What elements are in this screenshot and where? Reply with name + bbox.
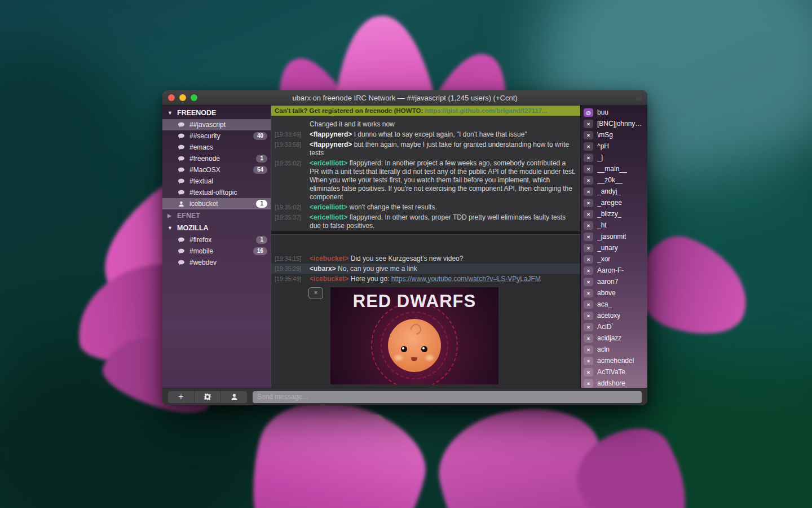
no-mode-badge: × [584, 233, 593, 241]
window-content: ▼FREENODE##javascript##security40#emacs#… [162, 106, 647, 388]
user-nickname: ^pH [597, 142, 609, 150]
nick[interactable]: <ericelliott> [310, 159, 347, 167]
chat-message: Changed it and it works now [271, 119, 580, 129]
minimize-window-button[interactable] [179, 94, 186, 101]
unread-badge: 1 [256, 155, 267, 163]
section-label: EFNET [177, 212, 200, 220]
message-body: <ericelliott> won't change the test resu… [310, 203, 576, 212]
nick[interactable]: <ubarx> [310, 265, 336, 273]
user-list-item[interactable]: ×acmehendel [581, 355, 647, 366]
user-list-item[interactable]: ×_aregee [581, 197, 647, 208]
user-list-item[interactable]: ×_unary [581, 242, 647, 253]
chat-pane-top[interactable]: Changed it and it works now[19:33:49]<fl… [271, 116, 580, 231]
no-mode-badge: × [584, 165, 593, 173]
zoom-window-button[interactable] [191, 94, 197, 101]
message-input[interactable] [253, 391, 642, 403]
sidebar-item-javascript[interactable]: ##javascript [162, 119, 271, 130]
channel-name: #textual-offtopic [189, 189, 267, 196]
no-mode-badge: × [584, 345, 593, 354]
user-list-item[interactable]: ×above [581, 287, 647, 299]
hair-curl [408, 322, 423, 337]
no-mode-badge: × [584, 176, 593, 185]
user-nickname: addshore [597, 379, 625, 387]
user-nickname: aca_ [597, 300, 612, 308]
user-list-item[interactable]: ×\mSg [581, 129, 647, 141]
user-list-item[interactable]: ×acln [581, 344, 647, 355]
unread-badge: 40 [253, 132, 267, 140]
nick[interactable]: <icebucket> [310, 255, 348, 262]
sidebar-item-freenode[interactable]: #freenode1 [162, 153, 271, 164]
user-list-item[interactable]: ×Aaron-F- [581, 265, 647, 276]
message-link[interactable]: https://www.youtube.com/watch?v=LS-VPyLa… [391, 275, 541, 283]
sidebar-item-webdev[interactable]: #webdev [162, 257, 271, 268]
sidebar-item-textual-offtopic[interactable]: #textual-offtopic [162, 187, 271, 198]
chat-messages-bottom: [19:34:15]<icebucket> Did you see Kurzge… [271, 253, 580, 284]
close-preview-button[interactable]: × [308, 287, 323, 299]
no-mode-badge: × [584, 187, 593, 196]
nick[interactable]: <ericelliott> [310, 203, 347, 211]
user-list-item[interactable]: ×_ht [581, 220, 647, 231]
settings-gear-button[interactable] [194, 391, 220, 403]
sidebar-item-icebucket[interactable]: icebucket1 [162, 198, 271, 209]
user-list-item[interactable]: ×_blizzy_ [581, 208, 647, 220]
add-button[interactable]: + [168, 391, 194, 403]
channel-name: icebucket [189, 200, 251, 208]
chat-message: [19:35:37]<ericelliott> flappynerd: In o… [271, 212, 580, 231]
sidebar-item-macosx[interactable]: #MacOSX54 [162, 164, 271, 176]
user-list-item[interactable]: ×AciD` [581, 321, 647, 332]
chevron-right-icon[interactable]: ▶ [167, 213, 173, 218]
user-list-item[interactable]: @buu [581, 107, 647, 118]
user-list: @buu×[BNC]johnny…×\mSg×^pH×_]×__main__×_… [581, 106, 647, 388]
user-list-item[interactable]: ×addshore [581, 378, 647, 388]
chat-message: [19:35:02]<ericelliott> flappynerd: In a… [271, 158, 580, 202]
chat-message: [19:33:58]<flappynerd> but then again, m… [271, 139, 580, 158]
sidebar-item-emacs[interactable]: #emacs [162, 142, 271, 153]
user-list-item[interactable]: ×__main__ [581, 163, 647, 174]
topic-link[interactable]: https://gist.github.com/brigand/f27117..… [425, 107, 547, 114]
inline-image-preview[interactable]: RED DWARFS [330, 287, 498, 384]
input-toolbar: + [168, 391, 247, 403]
no-mode-badge: × [584, 379, 593, 388]
nick[interactable]: <flappynerd> [310, 141, 352, 148]
user-list-item[interactable]: ×AcTiVaTe [581, 366, 647, 378]
sidebar-section-mozilla[interactable]: ▼MOZILLA [162, 222, 271, 234]
user-list-item[interactable]: ×aca_ [581, 299, 647, 310]
sidebar-item-mobile[interactable]: #mobile16 [162, 246, 271, 257]
user-nickname: __main__ [597, 165, 627, 173]
user-nickname: aaron7 [597, 278, 618, 286]
chevron-down-icon[interactable]: ▼ [167, 225, 173, 231]
user-list-item[interactable]: ×_xor [581, 253, 647, 265]
timestamp: [19:34:15] [271, 255, 310, 263]
chat-pane-bottom[interactable]: [19:34:15]<icebucket> Did you see Kurzge… [271, 234, 580, 388]
user-list-item[interactable]: ×__z0k__ [581, 174, 647, 186]
sidebar-item-firefox[interactable]: #firefox1 [162, 234, 271, 246]
no-mode-badge: × [584, 300, 593, 309]
message-body: <icebucket> Here you go: https://www.you… [310, 275, 576, 283]
sidebar-item-security[interactable]: ##security40 [162, 130, 271, 142]
nick[interactable]: <icebucket> [310, 275, 348, 283]
channel-name: #freenode [189, 155, 251, 163]
toggle-userlist-button[interactable] [220, 391, 247, 403]
user-list-item[interactable]: ×[BNC]johnny… [581, 118, 647, 129]
nick[interactable]: <ericelliott> [310, 213, 347, 221]
window-titlebar[interactable]: ubarx on freenode IRC Network — ##javasc… [162, 90, 647, 106]
user-nickname: acidjazz [597, 334, 621, 342]
sidebar-section-efnet[interactable]: ▶EFNET [162, 209, 271, 222]
no-mode-badge: × [584, 357, 593, 365]
user-list-item[interactable]: ×acetoxy [581, 310, 647, 321]
user-list-item[interactable]: ×_andyj_ [581, 186, 647, 197]
no-mode-badge: × [584, 323, 593, 331]
sidebar-section-freenode[interactable]: ▼FREENODE [162, 107, 271, 119]
user-list-item[interactable]: ×acidjazz [581, 332, 647, 344]
user-list-item[interactable]: ×_jasonmit [581, 231, 647, 242]
user-list-item[interactable]: ×^pH [581, 141, 647, 152]
no-mode-badge: × [584, 120, 593, 128]
nick[interactable]: <flappynerd> [310, 130, 352, 138]
channel-icon [178, 259, 185, 266]
timestamp: [19:33:49] [271, 130, 310, 139]
user-list-item[interactable]: ×aaron7 [581, 276, 647, 287]
user-list-item[interactable]: ×_] [581, 152, 647, 163]
sidebar-item-textual[interactable]: #textual [162, 176, 271, 187]
close-window-button[interactable] [168, 94, 175, 101]
chevron-down-icon[interactable]: ▼ [167, 110, 173, 116]
